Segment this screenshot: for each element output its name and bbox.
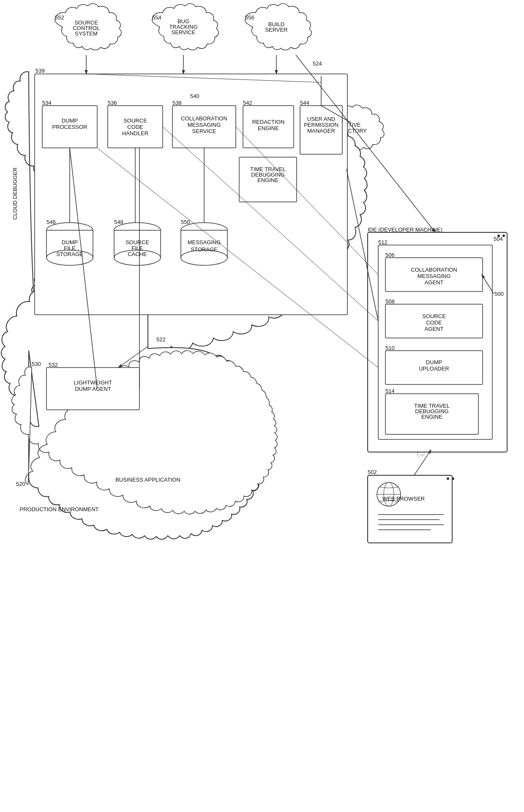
num-538: 538 [172,100,182,106]
cylinder-source-file-cache: SOURCE FILE CACHE 548 [114,219,161,265]
watermark-eal: Eal [417,451,425,458]
svg-text:SOURCE: SOURCE [123,117,147,124]
svg-text:WEB BROWSER: WEB BROWSER [382,496,425,502]
svg-text:AGENT: AGENT [425,326,444,332]
svg-text:CODE: CODE [426,319,442,326]
svg-text:HANDLER: HANDLER [122,130,148,136]
num-542: 542 [243,100,252,106]
dot-ide-1 [497,234,500,237]
num-554: 554 [152,14,161,21]
cylinder-messaging-storage: MESSAGING STORAGE 550 [181,219,227,265]
svg-text:COLLABORATION: COLLABORATION [411,267,457,273]
svg-rect-102 [368,475,452,543]
num-522: 522 [156,336,166,343]
svg-text:PERMISSION: PERMISSION [304,122,338,128]
svg-text:SOURCE: SOURCE [422,313,446,319]
svg-text:PROCESSOR: PROCESSOR [52,124,87,130]
num-546: 546 [46,219,56,225]
svg-text:CACHE: CACHE [128,251,147,257]
num-544: 544 [300,100,309,106]
svg-text:REDACTION: REDACTION [252,119,285,125]
num-550: 550 [181,219,190,225]
num-524: 524 [313,60,322,67]
num-508: 508 [385,298,395,305]
cylinder-dump-file-storage: DUMP FILE STORAGE 546 [46,219,93,265]
num-540: 540 [190,93,199,99]
num-512: 512 [378,239,388,245]
num-532: 532 [49,362,58,368]
dot-ide-2 [502,234,505,237]
svg-text:MESSAGING: MESSAGING [418,273,451,279]
num-539: 539 [35,68,45,74]
svg-text:MESSAGING: MESSAGING [188,122,221,128]
svg-text:AGENT: AGENT [425,279,444,286]
svg-text:UPLOADER: UPLOADER [419,365,449,372]
svg-text:STORAGE: STORAGE [191,246,218,253]
num-502: 502 [368,469,377,475]
svg-text:USER AND: USER AND [307,116,335,122]
svg-text:ENGINE: ENGINE [258,125,279,131]
svg-text:SOURCE: SOURCE [126,239,149,245]
num-500-label: 500 [494,291,504,297]
main-diagram: SOURCE CONTROL SYSTEM 552 BUG TRACKING S… [0,0,524,812]
svg-text:DUMP AGENT: DUMP AGENT [75,386,111,392]
num-530: 530 [32,361,41,367]
num-510: 510 [385,345,395,351]
dot-browser-1 [447,477,449,480]
svg-text:ENGINE: ENGINE [421,414,442,420]
svg-text:SERVER: SERVER [265,27,287,33]
svg-text:COLLABORATION: COLLABORATION [181,115,227,122]
svg-text:CLOUD DEBUGGER: CLOUD DEBUGGER [12,167,18,220]
svg-text:BUSINESS APPLICATION: BUSINESS APPLICATION [115,477,180,483]
svg-text:CODE: CODE [127,124,143,130]
svg-text:MESSAGING: MESSAGING [188,239,221,245]
svg-text:DUMP: DUMP [62,239,78,245]
svg-text:ENGINE: ENGINE [257,177,278,183]
num-556: 556 [245,14,254,21]
num-536: 536 [108,100,117,106]
svg-text:FILE: FILE [64,245,76,251]
svg-text:DUMP: DUMP [426,359,442,365]
num-548: 548 [114,219,123,225]
svg-text:FILE: FILE [131,245,143,251]
num-552: 552 [55,14,64,21]
svg-text:DUMP: DUMP [62,117,78,124]
svg-text:SERVICE: SERVICE [192,128,216,134]
web-browser-502: WEB BROWSER 502 [368,469,452,543]
num-506: 506 [385,252,395,258]
num-534: 534 [42,100,52,106]
svg-text:SERVICE: SERVICE [172,29,196,35]
diagram-container: text { font-family: Arial, sans-serif; f… [0,0,524,812]
num-520: 520 [16,481,25,487]
num-514: 514 [385,388,395,394]
svg-text:SYSTEM: SYSTEM [75,30,97,37]
svg-text:LIGHTWEIGHT: LIGHTWEIGHT [74,379,112,386]
svg-text:STORAGE: STORAGE [56,251,83,257]
svg-text:PRODUCTION ENVIRONMENT: PRODUCTION ENVIRONMENT [19,506,98,512]
svg-text:MANAGER: MANAGER [307,128,335,134]
dot-browser-2 [452,477,454,480]
